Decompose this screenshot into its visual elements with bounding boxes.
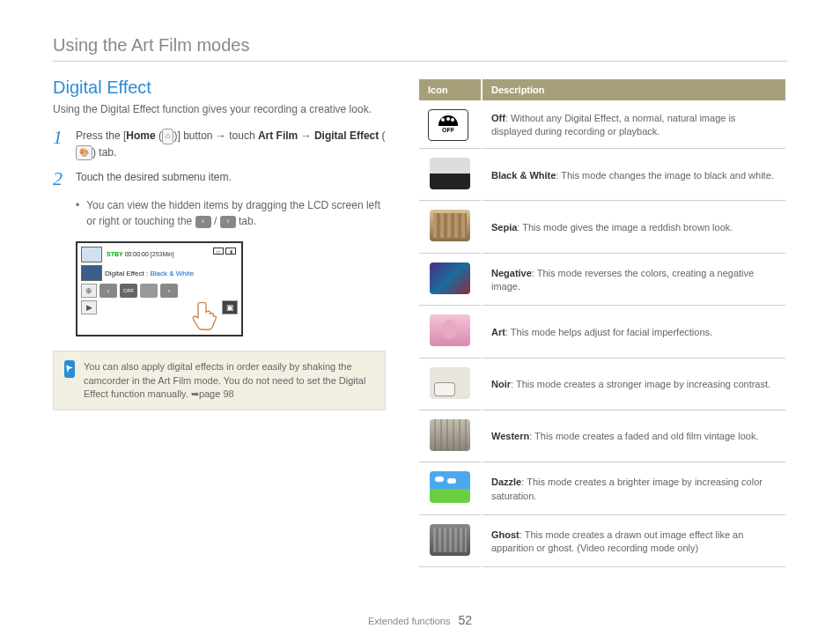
lcd-stby: STBY bbox=[107, 251, 123, 257]
t: tab. bbox=[239, 215, 256, 227]
effect-desc: Art: This mode helps adjust for facial i… bbox=[483, 307, 785, 358]
effect-desc: Ghost: This mode creates a drawn out ima… bbox=[483, 517, 785, 567]
lcd-time: 00:00:00 [253Min] bbox=[125, 251, 174, 257]
digitaleffect-label: Digital Effect bbox=[314, 129, 379, 142]
effect-desc: Noir: This mode creates a stronger image… bbox=[483, 360, 785, 410]
left-column: Digital Effect Using the Digital Effect … bbox=[53, 78, 386, 569]
lcd-thumbnail bbox=[81, 247, 102, 262]
note-icon bbox=[64, 360, 75, 378]
t: ( bbox=[379, 129, 385, 142]
mode-icon: ▣ bbox=[222, 300, 238, 314]
home-label: Home bbox=[126, 129, 155, 142]
lcd-label-pre: Digital Effect : bbox=[105, 270, 150, 277]
th-description: Description bbox=[483, 79, 785, 100]
t: ( bbox=[156, 129, 162, 142]
effect-noir-icon bbox=[430, 367, 470, 399]
battery-icon: ▮ bbox=[225, 248, 236, 255]
table-row: OFF Off: Without any Digital Effect, a n… bbox=[419, 102, 785, 149]
card-icon: ▭ bbox=[213, 248, 224, 255]
effect-bw-icon bbox=[430, 158, 470, 189]
arrow-icon: → bbox=[298, 129, 314, 142]
effect-desc: Dazzle: This mode creates a brighter ima… bbox=[483, 464, 785, 514]
chevron-left-icon: ‹ bbox=[195, 216, 211, 228]
effect-tile bbox=[140, 284, 158, 298]
table-row: Negative: This mode reverses the colors,… bbox=[419, 255, 785, 306]
table-row: Ghost: This mode creates a drawn out ima… bbox=[419, 517, 785, 567]
zoom-icon: ⊕ bbox=[81, 284, 97, 298]
effect-sepia-icon bbox=[430, 210, 470, 241]
artfilm-label: Art Film bbox=[258, 129, 298, 142]
note-box: You can also apply digital effects in or… bbox=[53, 351, 386, 410]
footer-section: Extended functions bbox=[368, 616, 451, 626]
effect-ghost-icon bbox=[430, 524, 470, 556]
lcd-screenshot: STBY 00:00:00 [253Min] ▭ ▮ Digital Effec… bbox=[76, 241, 243, 336]
table-row: Dazzle: This mode creates a brighter ima… bbox=[419, 464, 785, 514]
effect-desc: Negative: This mode reverses the colors,… bbox=[483, 255, 785, 306]
bullet-note: You can view the hidden items by draggin… bbox=[76, 197, 386, 229]
effect-desc: Western: This mode creates a faded and o… bbox=[483, 412, 785, 462]
chevron-left-icon: ‹ bbox=[99, 284, 117, 298]
table-row: Sepia: This mode gives the image a reddi… bbox=[419, 203, 785, 253]
step-number: 1 bbox=[53, 128, 67, 147]
effect-desc: Off: Without any Digital Effect, a norma… bbox=[483, 102, 785, 149]
page-title: Using the Art Film modes bbox=[53, 35, 787, 62]
t: ) tab. bbox=[92, 146, 116, 159]
step1-text: Press the [ bbox=[76, 129, 126, 142]
table-row: Black & White: This mode changes the ima… bbox=[419, 151, 785, 201]
table-row: Western: This mode creates a faded and o… bbox=[419, 412, 785, 462]
lcd-label-mode: Black & White bbox=[150, 270, 194, 277]
effect-off-icon: OFF bbox=[428, 109, 468, 141]
play-icon: ▶ bbox=[81, 300, 97, 314]
palette-icon: 🎨 bbox=[76, 145, 92, 161]
effect-desc: Black & White: This mode changes the ima… bbox=[483, 151, 785, 201]
home-icon: ⌂ bbox=[162, 129, 173, 144]
effect-negative-icon bbox=[430, 262, 470, 294]
hand-pointer-icon bbox=[190, 298, 222, 333]
page-footer: Extended functions 52 bbox=[0, 613, 840, 627]
t: / bbox=[214, 215, 220, 227]
effect-desc: Sepia: This mode gives the image a reddi… bbox=[483, 203, 785, 253]
table-row: Art: This mode helps adjust for facial i… bbox=[419, 307, 785, 358]
effect-western-icon bbox=[430, 419, 470, 451]
chevron-right-icon: › bbox=[160, 284, 178, 298]
table-row: Noir: This mode creates a stronger image… bbox=[419, 360, 785, 410]
section-title: Digital Effect bbox=[53, 78, 386, 98]
intro-text: Using the Digital Effect function gives … bbox=[53, 103, 386, 115]
t: touch bbox=[226, 129, 258, 142]
step-number: 2 bbox=[53, 169, 67, 188]
right-column: Icon Description OFF Off: Without any Di… bbox=[417, 78, 787, 569]
off-button: OFF bbox=[120, 284, 137, 298]
step-2: 2 Touch the desired submenu item. bbox=[53, 169, 386, 188]
step2-text: Touch the desired submenu item. bbox=[76, 169, 232, 185]
page-number: 52 bbox=[459, 613, 473, 627]
th-icon: Icon bbox=[419, 79, 481, 100]
lcd-thumbnail bbox=[81, 265, 102, 281]
arrow-icon: → bbox=[216, 129, 226, 142]
effect-dazzle-icon bbox=[430, 471, 470, 503]
chevron-right-icon: › bbox=[220, 216, 236, 228]
t: )] button bbox=[173, 129, 215, 142]
note-text: You can also apply digital effects in or… bbox=[84, 360, 374, 401]
step-1: 1 Press the [Home (⌂)] button → touch Ar… bbox=[53, 128, 386, 160]
effect-art-icon bbox=[430, 314, 470, 346]
effects-table: Icon Description OFF Off: Without any Di… bbox=[417, 78, 787, 569]
